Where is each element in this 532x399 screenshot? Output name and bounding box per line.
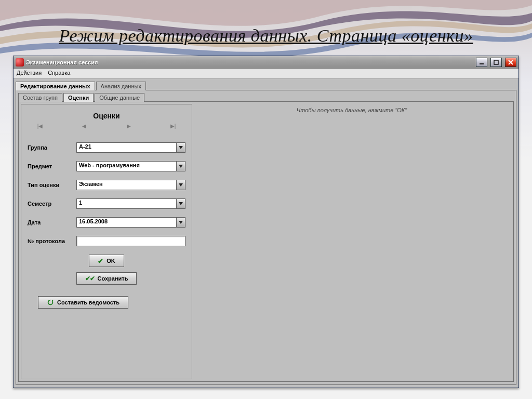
- panel-title: Оценки: [28, 112, 185, 120]
- tab-edit-data[interactable]: Редактирование данных: [16, 82, 95, 90]
- app-window: Экзаменационная сессия Действия Справка …: [13, 56, 519, 388]
- slide-title: Режим редактирования данных. Страница «о…: [0, 26, 532, 46]
- maximize-button[interactable]: [490, 58, 502, 67]
- top-tabstrip: Редактирование данных Анализ данных: [16, 81, 516, 90]
- minimize-icon: [479, 60, 484, 65]
- combo-semester[interactable]: 1: [76, 198, 185, 209]
- menubar: Действия Справка: [14, 69, 518, 79]
- check-icon: ✔: [98, 257, 103, 265]
- combo-grade-type-value: Экзамен: [77, 180, 176, 190]
- build-list-button[interactable]: Составить ведомость: [38, 296, 128, 309]
- svg-marker-7: [179, 202, 183, 205]
- top-tabpanel: Состав групп Оценки Общие данные Оценки …: [16, 90, 516, 385]
- maximize-icon: [494, 60, 499, 65]
- label-group: Группа: [28, 144, 71, 151]
- nav-next-icon[interactable]: ▶: [126, 123, 132, 129]
- menu-help[interactable]: Справка: [48, 70, 70, 77]
- double-check-icon: ✔✔: [85, 275, 95, 282]
- close-button[interactable]: [505, 58, 516, 67]
- inner-tabstrip: Состав групп Оценки Общие данные: [18, 92, 514, 101]
- svg-marker-8: [179, 221, 183, 224]
- minimize-button[interactable]: [476, 58, 487, 67]
- svg-marker-6: [179, 183, 183, 187]
- svg-marker-9: [52, 300, 54, 302]
- save-button-label: Сохранить: [98, 275, 128, 282]
- combo-group[interactable]: А-21: [76, 142, 185, 153]
- client-area: Редактирование данных Анализ данных Сост…: [14, 79, 518, 388]
- record-navigator: |◀ ◀ ▶ ▶|: [28, 123, 185, 134]
- label-grade-type: Тип оценки: [28, 182, 71, 188]
- save-button[interactable]: ✔✔ Сохранить: [76, 272, 137, 285]
- grades-form-panel: Оценки |◀ ◀ ▶ ▶| Группа А-21: [21, 104, 192, 379]
- svg-rect-0: [480, 63, 484, 64]
- tab-grades[interactable]: Оценки: [63, 93, 94, 102]
- refresh-icon: [47, 299, 54, 306]
- inner-tabpanel: Оценки |◀ ◀ ▶ ▶| Группа А-21: [18, 101, 514, 382]
- ok-button[interactable]: ✔ OK: [89, 255, 124, 267]
- chevron-down-icon[interactable]: [176, 162, 185, 171]
- input-protocol[interactable]: [76, 236, 185, 246]
- nav-first-icon[interactable]: |◀: [37, 123, 43, 129]
- close-icon: [508, 60, 513, 65]
- app-icon: [16, 58, 24, 66]
- tab-group-composition[interactable]: Состав групп: [18, 93, 62, 102]
- chevron-down-icon[interactable]: [176, 218, 185, 227]
- chevron-down-icon[interactable]: [176, 143, 185, 152]
- svg-marker-5: [179, 165, 183, 168]
- label-subject: Предмет: [28, 163, 71, 169]
- tab-common-data[interactable]: Общие данные: [95, 93, 144, 102]
- build-list-button-label: Составить ведомость: [57, 299, 119, 305]
- nav-last-icon[interactable]: ▶|: [170, 123, 176, 129]
- combo-date-value: 16.05.2008: [77, 218, 176, 227]
- combo-subject[interactable]: Web - програмування: [76, 161, 185, 171]
- hint-text: Чтобы получить данные, нажмите "ОК": [192, 104, 511, 379]
- chevron-down-icon[interactable]: [176, 199, 185, 208]
- label-date: Дата: [28, 219, 71, 225]
- combo-grade-type[interactable]: Экзамен: [76, 180, 185, 190]
- combo-date[interactable]: 16.05.2008: [76, 217, 185, 228]
- combo-group-value: А-21: [77, 143, 176, 152]
- combo-subject-value: Web - програмування: [77, 162, 176, 171]
- nav-prev-icon[interactable]: ◀: [81, 123, 87, 129]
- titlebar: Экзаменационная сессия: [14, 56, 518, 69]
- ok-button-label: OK: [107, 258, 115, 264]
- window-title: Экзаменационная сессия: [26, 59, 98, 65]
- tab-analyze-data[interactable]: Анализ данных: [96, 82, 146, 90]
- combo-semester-value: 1: [77, 199, 176, 208]
- label-semester: Семестр: [28, 201, 71, 207]
- menu-actions[interactable]: Действия: [17, 70, 42, 77]
- svg-rect-1: [494, 60, 498, 64]
- svg-marker-4: [179, 146, 183, 149]
- chevron-down-icon[interactable]: [176, 180, 185, 190]
- label-protocol: № протокола: [28, 238, 71, 244]
